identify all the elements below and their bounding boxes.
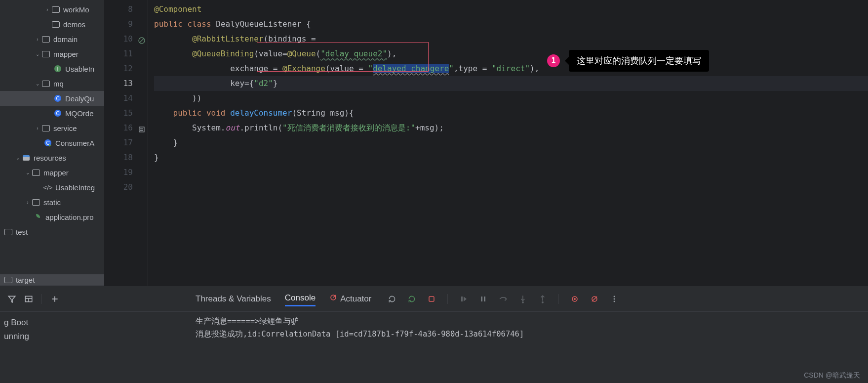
folder-icon (51, 5, 60, 14)
folder-icon (32, 168, 40, 177)
separator (558, 294, 559, 304)
leaf-icon (34, 213, 42, 221)
tree-item-service[interactable]: › service (0, 121, 104, 135)
no-entry-icon (138, 35, 146, 43)
resources-folder-icon (22, 153, 31, 162)
console-line: 生产消息======>绿鲤鱼与驴 (196, 315, 868, 328)
callout-text: 这里对应的消费队列一定要填写 (569, 50, 709, 72)
debug-panel: Threads & Variables Console Actuator (0, 286, 868, 383)
step-out-icon[interactable] (537, 293, 549, 305)
tree-item-applicationpro[interactable]: application.pro (0, 210, 104, 224)
tree-item-usableinteg[interactable]: </> UsableInteg (0, 180, 104, 195)
line-number: 16 (105, 121, 133, 135)
watermark: CSDN @暗武逢天 (804, 371, 860, 380)
mute-breakpoints-icon[interactable] (589, 293, 600, 305)
tree-item-label: workMo (63, 5, 89, 14)
folder-icon (41, 79, 50, 88)
separator (41, 294, 42, 304)
interface-icon: I (53, 64, 62, 73)
folder-icon (41, 124, 50, 132)
console-line: 消息投递成功,id:CorrelationData [id=cd7187b1-f… (196, 328, 868, 340)
resume-icon[interactable] (458, 293, 470, 305)
tree-item-dealyqu[interactable]: C DealyQu (0, 91, 104, 106)
svg-line-10 (140, 39, 144, 43)
tree-item-domain[interactable]: › domain (0, 32, 104, 46)
line-number: 10 (105, 32, 133, 46)
add-icon[interactable] (49, 293, 61, 305)
chevron-right-icon: › (34, 126, 41, 131)
stop-icon[interactable] (426, 293, 437, 305)
svg-rect-13 (140, 130, 143, 131)
debug-tabs: Threads & Variables Console Actuator (196, 291, 371, 306)
callout-number: 1 (547, 54, 560, 67)
code-line: @RabbitListener(bindings = (154, 32, 868, 46)
project-tree: › workMo demos › domain ⌄ mappe (0, 0, 105, 286)
console-output[interactable]: 生产消息======>绿鲤鱼与驴 消息投递成功,id:CorrelationDa… (196, 312, 868, 383)
tree-item-label: static (43, 198, 61, 207)
svg-point-36 (614, 300, 615, 302)
pause-icon[interactable] (477, 293, 489, 305)
tree-item-workmo[interactable]: › workMo (0, 2, 104, 17)
tree-item-label: mq (53, 80, 64, 88)
layout-icon[interactable] (23, 293, 35, 305)
chevron-right-icon: › (34, 37, 41, 42)
folder-icon (32, 198, 40, 207)
filter-icon[interactable] (6, 293, 18, 305)
tree-item-target[interactable]: target (0, 274, 104, 286)
view-breakpoints-icon[interactable] (569, 293, 581, 305)
code-line: System.out.println("死信消费者消费者接收到的消息是:"+ms… (154, 121, 868, 135)
debug-toolbar: Threads & Variables Console Actuator (0, 286, 868, 312)
run-config-item[interactable]: g Boot (0, 316, 196, 330)
folder-icon (51, 20, 60, 29)
line-number: 12 (105, 61, 133, 76)
tree-item-label: DealyQu (65, 94, 94, 103)
tree-item-resources[interactable]: ⌄ resources (0, 150, 104, 165)
tree-item-consumera[interactable]: C ConsumerA (0, 135, 104, 150)
actuator-icon (329, 294, 337, 304)
tree-item-label: resources (34, 154, 66, 162)
editor-gutter: 8 9 10 11 12 13 14 15 16 17 18 (105, 0, 148, 286)
svg-marker-23 (464, 297, 467, 301)
step-into-icon[interactable] (517, 293, 529, 305)
svg-text:C: C (56, 96, 59, 101)
svg-rect-22 (461, 297, 463, 301)
tree-item-label: demos (63, 20, 85, 29)
rerun-modified-icon[interactable] (406, 293, 418, 305)
folder-icon (41, 49, 50, 58)
tree-item-mqorde[interactable]: C MQOrde (0, 106, 104, 121)
tree-item-label: UsableIn (65, 65, 94, 73)
code-line: exchange = @Exchange(value = "delayed_ch… (154, 61, 868, 76)
folder-icon (4, 227, 13, 236)
svg-rect-21 (429, 297, 434, 301)
tree-item-usablein[interactable]: I UsableIn (0, 61, 104, 76)
tab-threads[interactable]: Threads & Variables (196, 292, 271, 306)
tree-item-static[interactable]: › static (0, 195, 104, 210)
tree-item-mapper[interactable]: ⌄ mapper (0, 46, 104, 61)
xml-icon: </> (43, 183, 52, 192)
rerun-icon[interactable] (386, 293, 398, 305)
tab-actuator[interactable]: Actuator (329, 292, 371, 306)
code-area[interactable]: @Component public class DealyQueueListen… (148, 0, 868, 286)
line-number: 20 (105, 180, 133, 195)
tree-item-mapper2[interactable]: ⌄ mapper (0, 165, 104, 180)
step-over-icon[interactable] (497, 293, 509, 305)
line-number: 8 (105, 2, 133, 17)
chevron-down-icon: ⌄ (34, 81, 41, 86)
svg-text:I: I (57, 66, 58, 72)
svg-point-27 (522, 301, 523, 302)
tree-item-demos[interactable]: demos (0, 17, 104, 32)
tree-item-mq[interactable]: ⌄ mq (0, 76, 104, 91)
chevron-down-icon: ⌄ (14, 155, 22, 161)
chevron-down-icon: ⌄ (24, 170, 32, 175)
run-config-item[interactable]: unning (0, 330, 196, 343)
tree-item-test[interactable]: test (0, 224, 104, 239)
more-icon[interactable] (608, 293, 620, 305)
code-editor[interactable]: 8 9 10 11 12 13 14 15 16 17 18 (105, 0, 868, 286)
class-icon: C (53, 109, 62, 118)
code-line: } (154, 150, 868, 165)
tab-console[interactable]: Console (285, 291, 316, 306)
callout-annotation: 1 这里对应的消费队列一定要填写 (547, 50, 709, 72)
chevron-right-icon: › (43, 7, 51, 12)
code-line: public void delayConsumer(String msg){ (154, 106, 868, 121)
code-line: public class DealyQueueListener { (154, 17, 868, 32)
